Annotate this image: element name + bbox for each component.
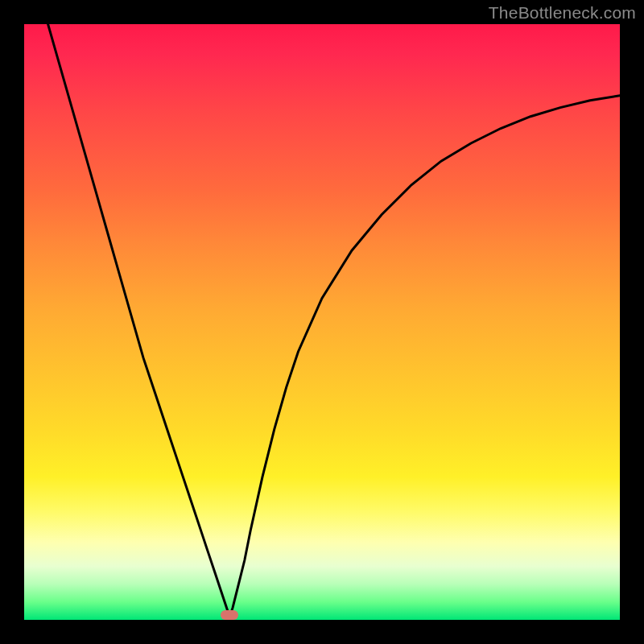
bottleneck-curve xyxy=(24,24,620,620)
minimum-marker xyxy=(221,610,238,620)
chart-frame: TheBottleneck.com xyxy=(0,0,644,644)
plot-area xyxy=(24,24,620,620)
watermark-text: TheBottleneck.com xyxy=(489,3,636,23)
